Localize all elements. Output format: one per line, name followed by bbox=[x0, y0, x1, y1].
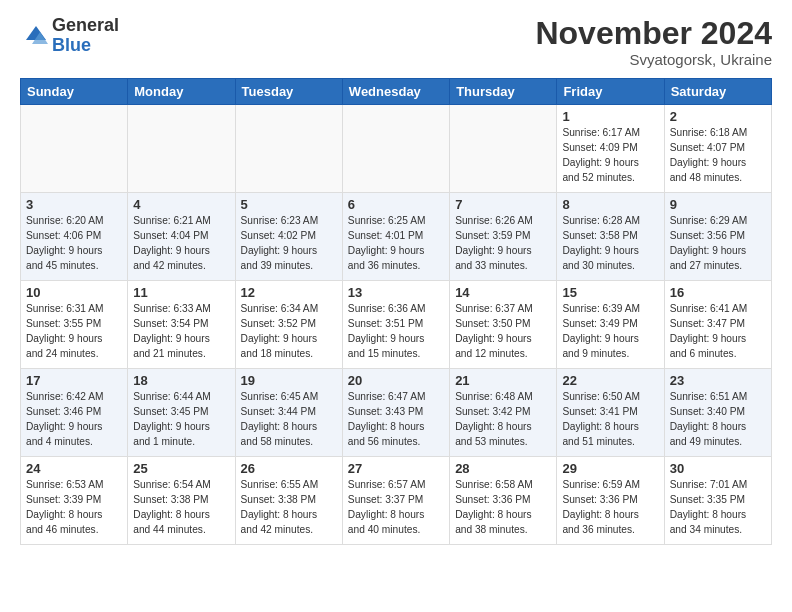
day-info: Sunrise: 6:58 AMSunset: 3:36 PMDaylight:… bbox=[455, 478, 551, 537]
location: Svyatogorsk, Ukraine bbox=[535, 51, 772, 68]
calendar-cell: 25Sunrise: 6:54 AMSunset: 3:38 PMDayligh… bbox=[128, 457, 235, 545]
day-number: 3 bbox=[26, 197, 122, 212]
day-number: 7 bbox=[455, 197, 551, 212]
day-number: 25 bbox=[133, 461, 229, 476]
day-number: 17 bbox=[26, 373, 122, 388]
day-info: Sunrise: 6:59 AMSunset: 3:36 PMDaylight:… bbox=[562, 478, 658, 537]
day-number: 15 bbox=[562, 285, 658, 300]
day-number: 4 bbox=[133, 197, 229, 212]
calendar-cell: 13Sunrise: 6:36 AMSunset: 3:51 PMDayligh… bbox=[342, 281, 449, 369]
day-info: Sunrise: 6:45 AMSunset: 3:44 PMDaylight:… bbox=[241, 390, 337, 449]
header: General Blue November 2024 Svyatogorsk, … bbox=[20, 16, 772, 68]
calendar-cell: 8Sunrise: 6:28 AMSunset: 3:58 PMDaylight… bbox=[557, 193, 664, 281]
logo-general: General bbox=[52, 15, 119, 35]
calendar-cell bbox=[450, 105, 557, 193]
day-info: Sunrise: 6:34 AMSunset: 3:52 PMDaylight:… bbox=[241, 302, 337, 361]
day-number: 16 bbox=[670, 285, 766, 300]
header-wednesday: Wednesday bbox=[342, 79, 449, 105]
calendar-cell: 23Sunrise: 6:51 AMSunset: 3:40 PMDayligh… bbox=[664, 369, 771, 457]
day-number: 1 bbox=[562, 109, 658, 124]
logo-text: General Blue bbox=[52, 16, 119, 56]
calendar-week-row: 1Sunrise: 6:17 AMSunset: 4:09 PMDaylight… bbox=[21, 105, 772, 193]
day-number: 8 bbox=[562, 197, 658, 212]
calendar-cell: 18Sunrise: 6:44 AMSunset: 3:45 PMDayligh… bbox=[128, 369, 235, 457]
calendar-cell: 5Sunrise: 6:23 AMSunset: 4:02 PMDaylight… bbox=[235, 193, 342, 281]
day-info: Sunrise: 6:53 AMSunset: 3:39 PMDaylight:… bbox=[26, 478, 122, 537]
day-info: Sunrise: 6:42 AMSunset: 3:46 PMDaylight:… bbox=[26, 390, 122, 449]
day-info: Sunrise: 6:47 AMSunset: 3:43 PMDaylight:… bbox=[348, 390, 444, 449]
calendar-cell: 24Sunrise: 6:53 AMSunset: 3:39 PMDayligh… bbox=[21, 457, 128, 545]
day-info: Sunrise: 6:55 AMSunset: 3:38 PMDaylight:… bbox=[241, 478, 337, 537]
day-number: 29 bbox=[562, 461, 658, 476]
calendar-week-row: 3Sunrise: 6:20 AMSunset: 4:06 PMDaylight… bbox=[21, 193, 772, 281]
calendar-week-row: 24Sunrise: 6:53 AMSunset: 3:39 PMDayligh… bbox=[21, 457, 772, 545]
day-info: Sunrise: 6:26 AMSunset: 3:59 PMDaylight:… bbox=[455, 214, 551, 273]
day-number: 5 bbox=[241, 197, 337, 212]
calendar-cell: 19Sunrise: 6:45 AMSunset: 3:44 PMDayligh… bbox=[235, 369, 342, 457]
day-info: Sunrise: 6:57 AMSunset: 3:37 PMDaylight:… bbox=[348, 478, 444, 537]
day-number: 30 bbox=[670, 461, 766, 476]
day-number: 24 bbox=[26, 461, 122, 476]
day-info: Sunrise: 6:18 AMSunset: 4:07 PMDaylight:… bbox=[670, 126, 766, 185]
calendar-cell: 9Sunrise: 6:29 AMSunset: 3:56 PMDaylight… bbox=[664, 193, 771, 281]
day-info: Sunrise: 6:20 AMSunset: 4:06 PMDaylight:… bbox=[26, 214, 122, 273]
day-info: Sunrise: 6:37 AMSunset: 3:50 PMDaylight:… bbox=[455, 302, 551, 361]
title-block: November 2024 Svyatogorsk, Ukraine bbox=[535, 16, 772, 68]
day-info: Sunrise: 6:25 AMSunset: 4:01 PMDaylight:… bbox=[348, 214, 444, 273]
calendar-cell: 21Sunrise: 6:48 AMSunset: 3:42 PMDayligh… bbox=[450, 369, 557, 457]
day-info: Sunrise: 6:36 AMSunset: 3:51 PMDaylight:… bbox=[348, 302, 444, 361]
day-number: 6 bbox=[348, 197, 444, 212]
calendar-cell: 10Sunrise: 6:31 AMSunset: 3:55 PMDayligh… bbox=[21, 281, 128, 369]
day-number: 20 bbox=[348, 373, 444, 388]
day-info: Sunrise: 6:50 AMSunset: 3:41 PMDaylight:… bbox=[562, 390, 658, 449]
header-sunday: Sunday bbox=[21, 79, 128, 105]
day-number: 26 bbox=[241, 461, 337, 476]
day-number: 18 bbox=[133, 373, 229, 388]
day-info: Sunrise: 6:29 AMSunset: 3:56 PMDaylight:… bbox=[670, 214, 766, 273]
calendar-cell: 17Sunrise: 6:42 AMSunset: 3:46 PMDayligh… bbox=[21, 369, 128, 457]
day-info: Sunrise: 6:44 AMSunset: 3:45 PMDaylight:… bbox=[133, 390, 229, 449]
day-number: 28 bbox=[455, 461, 551, 476]
calendar-cell: 7Sunrise: 6:26 AMSunset: 3:59 PMDaylight… bbox=[450, 193, 557, 281]
calendar-cell: 15Sunrise: 6:39 AMSunset: 3:49 PMDayligh… bbox=[557, 281, 664, 369]
day-info: Sunrise: 6:51 AMSunset: 3:40 PMDaylight:… bbox=[670, 390, 766, 449]
calendar-cell: 4Sunrise: 6:21 AMSunset: 4:04 PMDaylight… bbox=[128, 193, 235, 281]
header-monday: Monday bbox=[128, 79, 235, 105]
calendar-cell: 30Sunrise: 7:01 AMSunset: 3:35 PMDayligh… bbox=[664, 457, 771, 545]
calendar-cell: 3Sunrise: 6:20 AMSunset: 4:06 PMDaylight… bbox=[21, 193, 128, 281]
day-info: Sunrise: 6:28 AMSunset: 3:58 PMDaylight:… bbox=[562, 214, 658, 273]
page: General Blue November 2024 Svyatogorsk, … bbox=[0, 0, 792, 612]
calendar-cell: 28Sunrise: 6:58 AMSunset: 3:36 PMDayligh… bbox=[450, 457, 557, 545]
day-number: 9 bbox=[670, 197, 766, 212]
day-number: 12 bbox=[241, 285, 337, 300]
calendar-cell bbox=[128, 105, 235, 193]
day-info: Sunrise: 6:41 AMSunset: 3:47 PMDaylight:… bbox=[670, 302, 766, 361]
calendar-cell: 29Sunrise: 6:59 AMSunset: 3:36 PMDayligh… bbox=[557, 457, 664, 545]
weekday-header-row: Sunday Monday Tuesday Wednesday Thursday… bbox=[21, 79, 772, 105]
calendar-cell: 20Sunrise: 6:47 AMSunset: 3:43 PMDayligh… bbox=[342, 369, 449, 457]
calendar-cell: 27Sunrise: 6:57 AMSunset: 3:37 PMDayligh… bbox=[342, 457, 449, 545]
calendar-cell: 2Sunrise: 6:18 AMSunset: 4:07 PMDaylight… bbox=[664, 105, 771, 193]
day-number: 23 bbox=[670, 373, 766, 388]
logo: General Blue bbox=[20, 16, 119, 56]
day-number: 11 bbox=[133, 285, 229, 300]
calendar: Sunday Monday Tuesday Wednesday Thursday… bbox=[20, 78, 772, 545]
calendar-cell: 6Sunrise: 6:25 AMSunset: 4:01 PMDaylight… bbox=[342, 193, 449, 281]
header-friday: Friday bbox=[557, 79, 664, 105]
logo-icon bbox=[20, 22, 48, 50]
day-number: 21 bbox=[455, 373, 551, 388]
calendar-cell: 1Sunrise: 6:17 AMSunset: 4:09 PMDaylight… bbox=[557, 105, 664, 193]
calendar-week-row: 17Sunrise: 6:42 AMSunset: 3:46 PMDayligh… bbox=[21, 369, 772, 457]
day-info: Sunrise: 6:54 AMSunset: 3:38 PMDaylight:… bbox=[133, 478, 229, 537]
calendar-cell bbox=[235, 105, 342, 193]
calendar-cell: 11Sunrise: 6:33 AMSunset: 3:54 PMDayligh… bbox=[128, 281, 235, 369]
calendar-week-row: 10Sunrise: 6:31 AMSunset: 3:55 PMDayligh… bbox=[21, 281, 772, 369]
day-info: Sunrise: 6:23 AMSunset: 4:02 PMDaylight:… bbox=[241, 214, 337, 273]
calendar-cell: 22Sunrise: 6:50 AMSunset: 3:41 PMDayligh… bbox=[557, 369, 664, 457]
calendar-cell: 12Sunrise: 6:34 AMSunset: 3:52 PMDayligh… bbox=[235, 281, 342, 369]
day-info: Sunrise: 6:33 AMSunset: 3:54 PMDaylight:… bbox=[133, 302, 229, 361]
calendar-cell bbox=[21, 105, 128, 193]
header-tuesday: Tuesday bbox=[235, 79, 342, 105]
calendar-cell: 14Sunrise: 6:37 AMSunset: 3:50 PMDayligh… bbox=[450, 281, 557, 369]
logo-blue: Blue bbox=[52, 35, 91, 55]
